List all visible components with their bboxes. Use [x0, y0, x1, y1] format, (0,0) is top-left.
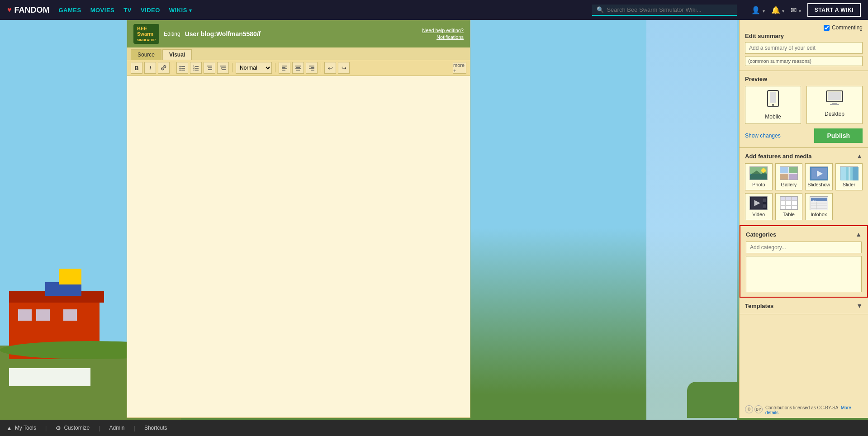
nav-tv[interactable]: TV	[123, 7, 132, 14]
commenting-label: Commenting	[832, 24, 863, 31]
category-input[interactable]	[746, 242, 862, 253]
numbered-list-button[interactable]: 1. 2. 3.	[190, 62, 202, 74]
notifications-bell-icon[interactable]: 🔔 ▾	[771, 6, 784, 14]
italic-button[interactable]: I	[144, 62, 156, 74]
svg-rect-4	[9, 368, 90, 386]
features-section: Add features and media ▲ Photo	[740, 148, 868, 225]
my-tools-footer-item[interactable]: ▲ My Tools	[6, 425, 36, 431]
categories-collapse-button[interactable]: ▲	[855, 231, 862, 238]
admin-label: Admin	[109, 425, 124, 431]
svg-point-13	[180, 68, 181, 69]
svg-rect-64	[763, 204, 767, 208]
commenting-checkbox[interactable]	[824, 25, 830, 31]
gallery-button[interactable]: Gallery	[775, 163, 803, 190]
logo-text: FANDOM	[14, 5, 50, 15]
photo-button[interactable]: Photo	[745, 163, 773, 190]
shortcuts-footer-item[interactable]: Shortcuts	[144, 425, 167, 431]
table-icon	[780, 196, 798, 210]
mobile-preview-button[interactable]: Mobile	[745, 86, 801, 124]
slider-button[interactable]: Slider	[835, 163, 863, 190]
editor-content-area[interactable]	[127, 76, 470, 417]
numbered-list-icon: 1. 2. 3.	[193, 65, 199, 71]
desktop-label: Desktop	[825, 111, 844, 117]
redo-button[interactable]: ↪	[338, 62, 350, 74]
indent-button[interactable]	[204, 62, 215, 74]
wiki-editor-header: BEESwarmSIMULATOR Editing User blog:Wolf…	[127, 20, 470, 47]
publish-button[interactable]: Publish	[814, 128, 863, 143]
nav-wikis[interactable]: WIKIS ▾	[169, 7, 192, 14]
table-label: Table	[783, 212, 795, 217]
svg-rect-9	[59, 269, 81, 284]
align-center-button[interactable]	[292, 62, 304, 74]
categories-header: Categories ▲	[746, 231, 862, 238]
categories-section: Categories ▲	[740, 225, 868, 298]
nav-games[interactable]: GAMES	[59, 7, 81, 14]
help-editing-link[interactable]: Need help editing? Notifications	[422, 27, 464, 41]
footer-sep-2: |	[99, 425, 100, 431]
style-dropdown[interactable]: Normal	[236, 62, 272, 74]
svg-rect-7	[63, 309, 77, 321]
infobox-icon: Title	[810, 196, 828, 210]
undo-button[interactable]: ↩	[324, 62, 336, 74]
cc-icon: ©	[745, 405, 753, 413]
svg-rect-57	[840, 167, 846, 180]
license-icons: © BY	[745, 405, 763, 413]
user-avatar-icon[interactable]: 👤 ▾	[751, 6, 764, 14]
customize-footer-item[interactable]: ⚙ Customize	[56, 425, 90, 431]
svg-rect-60	[849, 167, 850, 180]
toolbar-sep-2	[232, 63, 232, 72]
show-changes-link[interactable]: Show changes	[745, 133, 781, 139]
my-tools-label: My Tools	[15, 425, 36, 431]
categories-title: Categories	[746, 231, 776, 238]
features-collapse-button[interactable]: ▲	[856, 152, 863, 160]
desktop-preview-button[interactable]: Desktop	[806, 86, 863, 124]
more-tools-button[interactable]: more +	[453, 62, 466, 74]
bullet-list-icon	[179, 65, 185, 71]
editor-toolbar: B I 1. 2. 3.	[127, 60, 470, 76]
svg-rect-5	[18, 309, 32, 321]
align-left-icon	[281, 65, 288, 71]
tab-source[interactable]: Source	[131, 49, 161, 60]
photo-icon	[749, 166, 768, 180]
start-wiki-button[interactable]: START A WIKI	[807, 3, 861, 17]
templates-header: Templates ▼	[745, 302, 863, 309]
video-label: Video	[752, 212, 765, 217]
edit-summary-input[interactable]	[745, 42, 863, 54]
svg-point-15	[180, 70, 181, 71]
link-button[interactable]	[158, 62, 170, 74]
indent-icon	[206, 65, 213, 71]
svg-rect-47	[828, 92, 841, 100]
messages-icon[interactable]: ✉ ▾	[791, 6, 801, 14]
gallery-icon	[780, 166, 798, 180]
nav-movies[interactable]: MOVIES	[90, 7, 115, 14]
bold-button[interactable]: B	[131, 62, 142, 74]
slideshow-button[interactable]: Slideshow	[805, 163, 833, 190]
bullet-list-button[interactable]	[176, 62, 188, 74]
right-panel: Commenting Edit summary (common summary …	[739, 20, 868, 418]
tab-visual[interactable]: Visual	[162, 49, 192, 60]
category-list	[746, 256, 862, 292]
preview-icons-row: Mobile Desktop	[745, 86, 863, 124]
customize-label: Customize	[64, 425, 90, 431]
templates-collapse-button[interactable]: ▼	[856, 302, 863, 309]
nav-video[interactable]: VIDEO	[141, 7, 160, 14]
svg-rect-6	[36, 309, 50, 321]
fandom-logo[interactable]: ♥ FANDOM	[7, 5, 50, 15]
templates-title: Templates	[745, 303, 773, 309]
summary-dropdown-wrapper: (common summary reasons)	[745, 54, 863, 66]
align-center-icon	[295, 65, 301, 71]
edit-summary-title: Edit summary	[745, 33, 863, 39]
top-navigation: ♥ FANDOM GAMES MOVIES TV VIDEO WIKIS ▾ 🔍…	[0, 0, 868, 20]
table-button[interactable]: Table	[775, 193, 803, 220]
search-input[interactable]	[607, 6, 732, 13]
align-left-button[interactable]	[279, 62, 290, 74]
video-button[interactable]: Video	[745, 193, 773, 220]
align-right-icon	[308, 65, 315, 71]
summary-reasons-dropdown[interactable]: (common summary reasons)	[745, 56, 863, 66]
slideshow-label: Slideshow	[807, 182, 830, 187]
outdent-button[interactable]	[217, 62, 229, 74]
infobox-button[interactable]: Title Infobox	[805, 193, 833, 220]
align-right-button[interactable]	[306, 62, 318, 74]
admin-footer-item[interactable]: Admin	[109, 425, 124, 431]
shortcuts-label: Shortcuts	[144, 425, 167, 431]
